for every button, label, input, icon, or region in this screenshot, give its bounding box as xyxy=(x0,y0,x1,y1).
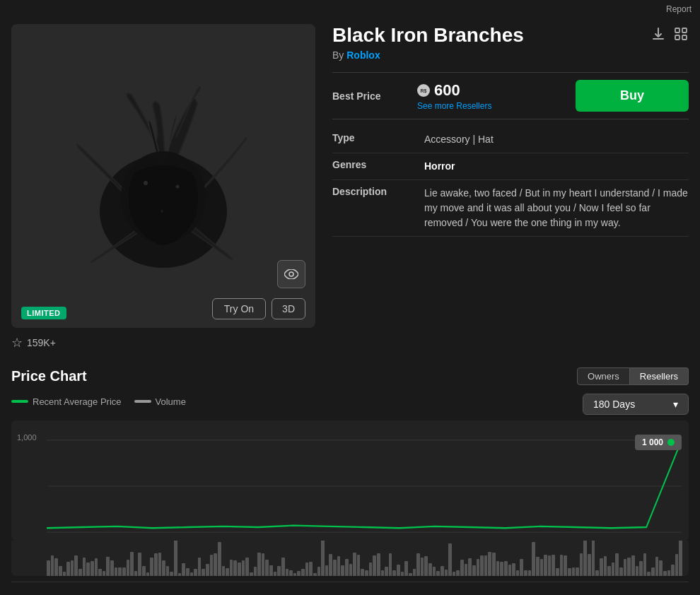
volume-bar xyxy=(293,573,297,576)
volume-bar xyxy=(118,567,122,576)
volume-bar xyxy=(130,552,134,576)
volume-bar xyxy=(146,572,150,576)
volume-bar xyxy=(477,559,480,576)
favorite-star-icon[interactable]: ☆ xyxy=(11,335,23,350)
svg-rect-12 xyxy=(682,28,687,33)
volume-bar xyxy=(544,555,547,576)
volume-bar xyxy=(313,573,317,576)
volume-bar xyxy=(178,573,182,576)
genres-row: Genres Horror xyxy=(332,153,689,180)
buy-button[interactable]: Buy xyxy=(576,80,689,112)
volume-bar xyxy=(78,569,82,576)
volume-bar xyxy=(496,561,500,576)
robux-icon xyxy=(417,84,430,97)
volume-bar xyxy=(552,555,555,576)
volume-bar xyxy=(385,567,388,576)
volume-bar xyxy=(508,565,512,576)
divider-1 xyxy=(332,72,689,73)
volume-bar xyxy=(631,555,635,576)
volume-bar xyxy=(170,572,173,576)
tooltip-value: 1 000 xyxy=(642,437,663,447)
volume-bar xyxy=(588,554,591,576)
svg-rect-13 xyxy=(675,35,679,40)
svg-point-9 xyxy=(161,210,163,213)
volume-bar xyxy=(182,563,185,576)
stats-row: Quantity Sold 528,112 Original Price N/A… xyxy=(11,582,689,595)
download-icon[interactable] xyxy=(651,26,666,45)
report-link[interactable]: Report xyxy=(666,4,692,14)
legend-avg-price: Recent Average Price xyxy=(11,396,122,407)
tooltip-dot xyxy=(667,439,675,446)
volume-bar xyxy=(269,565,273,576)
item-title-row: Black Iron Branches xyxy=(332,24,689,47)
price-value-block: 600 See more Resellers xyxy=(417,81,576,111)
volume-bar xyxy=(257,553,261,576)
tab-owners[interactable]: Owners xyxy=(577,367,630,385)
creator-link[interactable]: Roblox xyxy=(346,49,380,61)
chart-area: 1,000 1 000 01/17 01/31 02/14 02/28 03/1… xyxy=(11,420,689,541)
volume-bar xyxy=(524,570,527,576)
volume-bar xyxy=(604,556,607,576)
best-price-label: Best Price xyxy=(332,90,417,102)
chart-tabs: Owners Resellers xyxy=(577,367,689,385)
volume-bar xyxy=(365,570,368,576)
description-row: Description Lie awake, two faced / But i… xyxy=(332,180,689,237)
volume-bar xyxy=(154,553,158,576)
see-resellers-link[interactable]: See more Resellers xyxy=(417,101,576,111)
volume-bar xyxy=(115,567,118,576)
volume-bar xyxy=(465,564,468,576)
volume-bar xyxy=(103,571,106,576)
volume-bar xyxy=(106,557,110,576)
price-chart-title: Price Chart xyxy=(11,368,87,384)
volume-bar xyxy=(556,568,559,576)
volume-bar xyxy=(679,536,682,576)
volume-bar xyxy=(560,555,564,576)
volume-bar xyxy=(456,570,460,576)
configure-icon[interactable] xyxy=(673,26,689,45)
volume-bar xyxy=(138,553,141,576)
view-button[interactable] xyxy=(277,260,305,288)
creator-row: By Roblox xyxy=(332,49,689,61)
legend-volume-label: Volume xyxy=(156,396,186,407)
volume-bar xyxy=(488,552,491,576)
volume-bar xyxy=(286,569,289,576)
volume-bar xyxy=(289,570,293,576)
volume-bar xyxy=(548,555,552,576)
volume-bar xyxy=(281,558,285,576)
volume-bar xyxy=(667,570,671,576)
volume-bar xyxy=(600,558,603,576)
days-selector[interactable]: 180 Days ▾ xyxy=(583,394,689,415)
right-panel: Black Iron Branches xyxy=(332,24,689,350)
volume-bar xyxy=(174,538,177,576)
volume-bar xyxy=(401,572,404,576)
volume-bar xyxy=(624,559,627,576)
volume-bar xyxy=(214,553,217,576)
volume-bar xyxy=(357,555,361,576)
volume-bar xyxy=(460,560,464,576)
days-selector-label: 180 Days xyxy=(593,399,635,410)
volume-bar xyxy=(612,562,615,576)
volume-bar xyxy=(86,562,90,576)
type-value: Accessory | Hat xyxy=(424,132,494,147)
volume-bar xyxy=(576,567,579,576)
volume-bar xyxy=(433,567,436,576)
volume-bar xyxy=(516,570,520,576)
volume-bar xyxy=(421,558,424,576)
three-d-button[interactable]: 3D xyxy=(272,298,305,319)
volume-bar xyxy=(389,553,392,576)
tab-resellers[interactable]: Resellers xyxy=(630,367,689,385)
volume-bar xyxy=(265,560,269,576)
volume-bar xyxy=(218,542,221,576)
volume-bar xyxy=(54,558,58,576)
volume-bar xyxy=(47,560,50,576)
volume-bar xyxy=(233,560,237,576)
legend-avg-label: Recent Average Price xyxy=(33,396,122,407)
volume-bar xyxy=(404,561,408,576)
volume-bar xyxy=(74,555,78,576)
try-on-button[interactable]: Try On xyxy=(212,298,266,319)
volume-bar xyxy=(305,562,309,576)
volume-bar xyxy=(468,558,472,576)
volume-bar xyxy=(392,570,396,576)
volume-bar xyxy=(353,553,356,576)
volume-bar xyxy=(500,562,503,576)
